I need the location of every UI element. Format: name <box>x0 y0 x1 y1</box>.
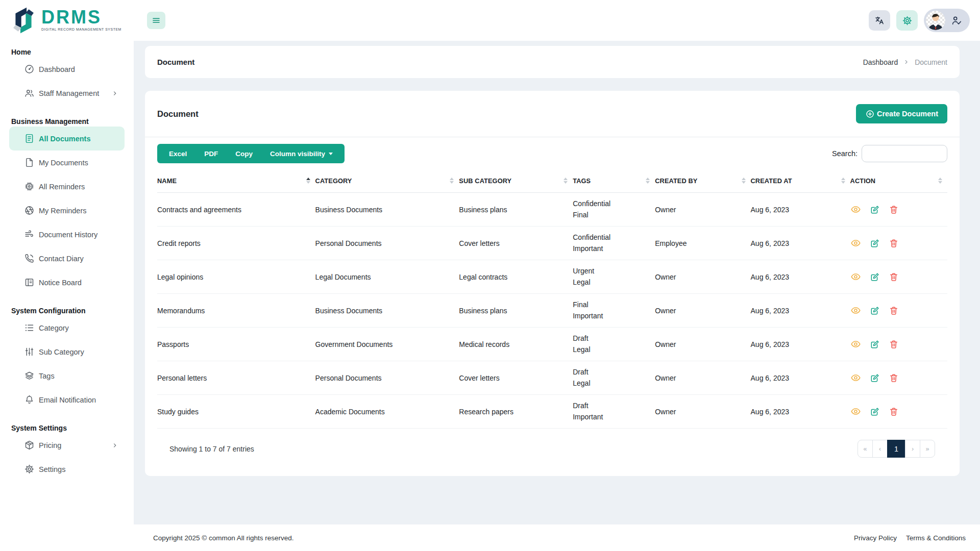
view-button[interactable] <box>850 238 861 248</box>
cell-name: Passports <box>157 328 315 361</box>
sidebar-item-my-reminders[interactable]: My Reminders <box>9 198 125 222</box>
trash-icon <box>889 407 899 417</box>
delete-button[interactable] <box>889 238 899 248</box>
view-button[interactable] <box>850 339 861 349</box>
copy-button[interactable]: Copy <box>227 144 261 163</box>
gear-icon <box>902 15 913 26</box>
settings-button[interactable] <box>896 10 918 31</box>
sidebar-item-all-documents[interactable]: All Documents <box>9 127 125 151</box>
edit-button[interactable] <box>870 339 880 349</box>
create-document-button[interactable]: Create Document <box>856 104 947 123</box>
sidebar-item-settings[interactable]: Settings <box>9 457 125 481</box>
column-header-category[interactable]: CATEGORY <box>315 168 459 193</box>
sidebar-item-my-documents[interactable]: My Documents <box>9 151 125 174</box>
sidebar-item-sub-category[interactable]: Sub Category <box>9 340 125 364</box>
sidebar-item-category[interactable]: Category <box>9 316 125 340</box>
pagination-page-1-button[interactable]: 1 <box>887 440 905 458</box>
table-row: Study guides Academic Documents Research… <box>157 395 947 429</box>
cell-tags: UrgentLegal <box>573 260 655 294</box>
tag-line: Draft <box>573 367 649 378</box>
cell-created-by: Owner <box>655 193 750 227</box>
view-button[interactable] <box>850 406 861 417</box>
sidebar-item-contact-diary[interactable]: Contact Diary <box>9 246 125 270</box>
logo[interactable]: DRMS DIGITAL RECORD MANAGEMENT SYSTEM <box>0 0 134 41</box>
edit-button[interactable] <box>870 272 880 282</box>
column-header-action[interactable]: ACTION <box>850 168 947 193</box>
privacy-policy-link[interactable]: Privacy Policy <box>854 534 897 542</box>
view-button[interactable] <box>850 372 861 383</box>
pagination-prev-button[interactable]: ‹ <box>872 440 888 458</box>
delete-button[interactable] <box>889 339 899 349</box>
sidebar-item-email-notification[interactable]: Email Notification <box>9 388 125 412</box>
cell-name: Credit reports <box>157 227 315 260</box>
search-input[interactable] <box>862 145 947 162</box>
cell-sub-category: Research papers <box>459 395 573 429</box>
profile-menu-button[interactable] <box>924 9 970 32</box>
cell-created-by: Owner <box>655 361 750 395</box>
edit-button[interactable] <box>870 306 880 316</box>
table-row: Legal opinions Legal Documents Legal con… <box>157 260 947 294</box>
pagination-last-button[interactable]: » <box>920 440 935 458</box>
edit-button[interactable] <box>870 205 880 215</box>
column-header-created-by[interactable]: CREATED BY <box>655 168 750 193</box>
column-header-created-at[interactable]: CREATED AT <box>751 168 850 193</box>
chevron-right-icon <box>903 59 910 65</box>
trash-icon <box>889 339 899 349</box>
avatar <box>926 11 945 30</box>
cell-name: Personal letters <box>157 361 315 395</box>
delete-button[interactable] <box>889 306 899 316</box>
cell-sub-category: Medical records <box>459 328 573 361</box>
list-icon <box>23 322 35 334</box>
sidebar-item-tags[interactable]: Tags <box>9 364 125 388</box>
sort-icon <box>841 178 845 184</box>
export-button-group: Excel PDF Copy Column visibility <box>157 144 345 163</box>
tag-line: Final <box>573 299 649 311</box>
delete-button[interactable] <box>889 272 899 282</box>
pagination-first-button[interactable]: « <box>857 440 873 458</box>
view-button[interactable] <box>850 305 861 316</box>
sidebar-item-pricing[interactable]: Pricing <box>9 433 125 457</box>
cell-category: Business Documents <box>315 294 459 328</box>
edit-button[interactable] <box>870 373 880 383</box>
delete-button[interactable] <box>889 205 899 215</box>
pdf-button[interactable]: PDF <box>195 144 227 163</box>
tag-line: Draft <box>573 400 649 412</box>
edit-button[interactable] <box>870 407 880 417</box>
trash-icon <box>889 373 899 383</box>
excel-button[interactable]: Excel <box>160 144 195 163</box>
edit-icon <box>870 205 880 215</box>
noticeboard-icon <box>23 277 35 288</box>
language-button[interactable] <box>869 10 890 31</box>
sidebar-item-notice-board[interactable]: Notice Board <box>9 270 125 294</box>
sort-icon <box>646 178 650 184</box>
sidebar-item-document-history[interactable]: Document History <box>9 222 125 246</box>
column-visibility-button[interactable]: Column visibility <box>261 144 341 163</box>
view-button[interactable] <box>850 204 861 215</box>
gear-icon <box>23 464 35 475</box>
cell-created-at: Aug 6, 2023 <box>751 260 850 294</box>
column-header-name[interactable]: NAME <box>157 168 315 193</box>
view-button[interactable] <box>850 271 861 282</box>
table-row: Passports Government Documents Medical r… <box>157 328 947 361</box>
breadcrumb-dashboard-link[interactable]: Dashboard <box>863 58 898 66</box>
cell-sub-category: Cover letters <box>459 227 573 260</box>
cell-actions <box>850 328 947 361</box>
pagination-next-button[interactable]: › <box>905 440 920 458</box>
delete-button[interactable] <box>889 407 899 417</box>
column-header-tags[interactable]: TAGS <box>573 168 655 193</box>
tag-line: Legal <box>573 277 649 288</box>
sidebar-toggle-button[interactable] <box>147 12 165 29</box>
sidebar-item-staff-management[interactable]: Staff Management <box>9 81 125 105</box>
terms-conditions-link[interactable]: Terms & Conditions <box>906 534 966 542</box>
sidebar-item-all-reminders[interactable]: All Reminders <box>9 174 125 198</box>
sidebar-item-dashboard[interactable]: Dashboard <box>9 57 125 81</box>
cell-created-at: Aug 6, 2023 <box>751 294 850 328</box>
cell-created-at: Aug 6, 2023 <box>751 193 850 227</box>
column-header-sub-category[interactable]: SUB CATEGORY <box>459 168 573 193</box>
edit-button[interactable] <box>870 238 880 248</box>
delete-button[interactable] <box>889 373 899 383</box>
table-row: Credit reports Personal Documents Cover … <box>157 227 947 260</box>
search-label: Search: <box>832 149 857 158</box>
documents-table: NAME CATEGORY SUB CATEGORY TAGS CREATED … <box>157 168 947 429</box>
cell-tags: ConfidentialImportant <box>573 227 655 260</box>
